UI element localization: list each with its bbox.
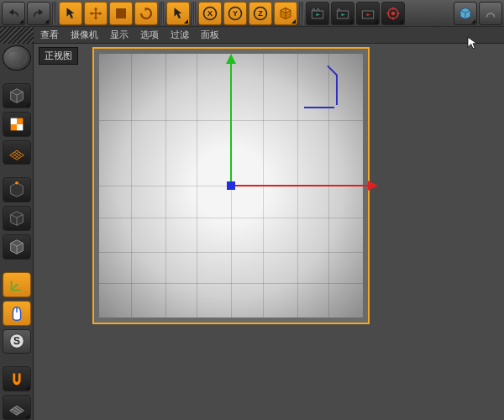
render-region-button[interactable] (331, 2, 354, 25)
primitive-cube-button[interactable] (454, 2, 477, 25)
axis-z-gizmo[interactable] (227, 181, 235, 190)
svg-text:X: X (207, 9, 213, 18)
poly-mode-button[interactable] (3, 234, 31, 260)
snap-toggle-button[interactable]: S (3, 329, 31, 354)
viewport-grid (99, 54, 363, 318)
lock-y-button[interactable]: Y (223, 2, 247, 25)
undo-button[interactable] (2, 2, 25, 25)
render-picture-button[interactable] (356, 2, 380, 25)
viewport-menubar: 查看 摄像机 显示 选项 过滤 面板 (0, 27, 504, 44)
svg-text:S: S (13, 335, 20, 347)
render-settings-button[interactable] (381, 2, 405, 25)
svg-text:Y: Y (233, 9, 238, 18)
top-toolbar: X Y Z (0, 0, 504, 27)
texture-button[interactable] (3, 112, 31, 137)
main-area: S 正视图 (0, 44, 504, 420)
workplane-button[interactable] (3, 140, 31, 165)
viewport-area: 正视图 (34, 44, 504, 420)
menu-panel[interactable]: 面板 (201, 29, 219, 41)
lock-z-button[interactable]: Z (249, 2, 272, 25)
left-sidebar: S (0, 44, 34, 420)
svg-rect-14 (10, 124, 16, 130)
menu-camera[interactable]: 摄像机 (71, 29, 98, 41)
menu-filter[interactable]: 过滤 (171, 29, 189, 41)
axis-mode-button[interactable] (3, 272, 31, 297)
tweak-mode-button[interactable] (3, 301, 31, 326)
object-mode-button[interactable] (3, 206, 31, 231)
globe-icon[interactable] (3, 45, 31, 71)
render-button[interactable] (306, 2, 329, 25)
grid-snap-button[interactable] (3, 395, 31, 420)
svg-rect-12 (10, 118, 16, 123)
model-mode-button[interactable] (3, 177, 31, 202)
viewport-label: 正视图 (39, 47, 78, 65)
svg-text:Z: Z (258, 9, 263, 18)
svg-rect-0 (116, 8, 126, 18)
axis-y-gizmo[interactable] (230, 62, 232, 188)
coord-system-button[interactable] (274, 2, 297, 25)
select-tool[interactable] (59, 2, 82, 25)
svg-point-16 (15, 181, 18, 185)
nav-widget-icon[interactable] (304, 75, 338, 108)
axis-x-gizmo[interactable] (231, 185, 370, 186)
rotate-tool[interactable] (134, 2, 158, 25)
menu-display[interactable]: 显示 (110, 29, 129, 41)
redo-button[interactable] (27, 2, 50, 25)
svg-rect-15 (17, 124, 23, 130)
menu-view[interactable]: 查看 (40, 29, 59, 41)
viewport-3d[interactable] (92, 47, 370, 324)
make-editable-button[interactable] (3, 83, 31, 108)
magnet-button[interactable] (3, 366, 31, 391)
svg-rect-13 (17, 118, 23, 123)
move-tool[interactable] (84, 2, 108, 25)
drag-handle-icon[interactable] (0, 27, 34, 44)
svg-point-11 (391, 11, 396, 15)
scale-tool[interactable] (109, 2, 133, 25)
menu-options[interactable]: 选项 (140, 29, 159, 41)
lock-x-button[interactable]: X (198, 2, 222, 25)
extra-tool-button[interactable] (479, 2, 502, 25)
last-tool[interactable] (166, 2, 190, 25)
